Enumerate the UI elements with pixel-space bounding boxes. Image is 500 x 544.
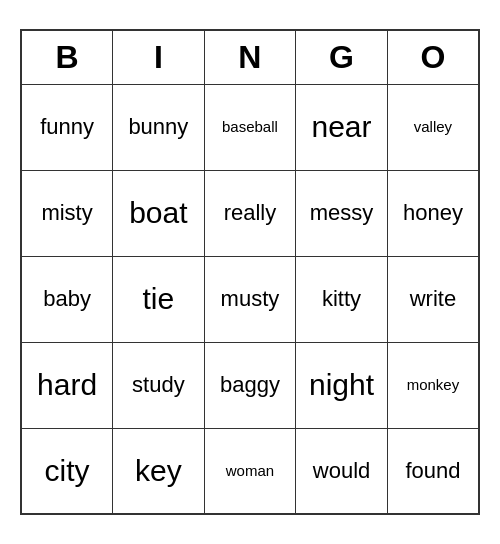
bingo-cell: found	[387, 428, 479, 514]
header-cell-i: I	[113, 30, 205, 85]
cell-text: study	[132, 372, 185, 398]
cell-text: night	[309, 368, 374, 402]
cell-text: city	[45, 454, 90, 488]
table-row: hardstudybaggynightmonkey	[21, 342, 479, 428]
cell-text: tie	[143, 282, 175, 316]
bingo-cell: tie	[113, 256, 205, 342]
table-row: babytiemustykittywrite	[21, 256, 479, 342]
bingo-cell: would	[296, 428, 388, 514]
cell-text: musty	[221, 286, 280, 312]
bingo-cell: bunny	[113, 84, 205, 170]
bingo-cell: kitty	[296, 256, 388, 342]
bingo-cell: honey	[387, 170, 479, 256]
bingo-cell: hard	[21, 342, 113, 428]
cell-text: would	[313, 458, 370, 484]
header-cell-b: B	[21, 30, 113, 85]
bingo-cell: key	[113, 428, 205, 514]
bingo-cell: city	[21, 428, 113, 514]
header-row: BINGO	[21, 30, 479, 85]
cell-text: key	[135, 454, 182, 488]
bingo-cell: night	[296, 342, 388, 428]
bingo-cell: misty	[21, 170, 113, 256]
bingo-cell: study	[113, 342, 205, 428]
cell-text: write	[410, 286, 456, 312]
cell-text: monkey	[407, 376, 460, 393]
bingo-cell: write	[387, 256, 479, 342]
cell-text: kitty	[322, 286, 361, 312]
cell-text: near	[312, 110, 372, 144]
cell-text: baseball	[222, 118, 278, 135]
bingo-cell: messy	[296, 170, 388, 256]
cell-text: honey	[403, 200, 463, 226]
bingo-cell: really	[204, 170, 296, 256]
cell-text: bunny	[128, 114, 188, 140]
bingo-cell: funny	[21, 84, 113, 170]
cell-text: funny	[40, 114, 94, 140]
bingo-cell: musty	[204, 256, 296, 342]
bingo-cell: valley	[387, 84, 479, 170]
cell-text: found	[405, 458, 460, 484]
cell-text: baggy	[220, 372, 280, 398]
cell-text: baby	[43, 286, 91, 312]
bingo-cell: woman	[204, 428, 296, 514]
bingo-cell: baggy	[204, 342, 296, 428]
bingo-cell: baby	[21, 256, 113, 342]
cell-text: hard	[37, 368, 97, 402]
header-cell-n: N	[204, 30, 296, 85]
cell-text: woman	[226, 462, 274, 479]
cell-text: messy	[310, 200, 374, 226]
cell-text: really	[224, 200, 277, 226]
bingo-cell: baseball	[204, 84, 296, 170]
table-row: funnybunnybaseballnearvalley	[21, 84, 479, 170]
cell-text: misty	[41, 200, 92, 226]
bingo-cell: near	[296, 84, 388, 170]
table-row: citykeywomanwouldfound	[21, 428, 479, 514]
bingo-cell: boat	[113, 170, 205, 256]
header-cell-g: G	[296, 30, 388, 85]
table-row: mistyboatreallymessyhoney	[21, 170, 479, 256]
bingo-cell: monkey	[387, 342, 479, 428]
cell-text: boat	[129, 196, 187, 230]
bingo-card: BINGO funnybunnybaseballnearvalleymistyb…	[20, 29, 480, 516]
header-cell-o: O	[387, 30, 479, 85]
cell-text: valley	[414, 118, 452, 135]
